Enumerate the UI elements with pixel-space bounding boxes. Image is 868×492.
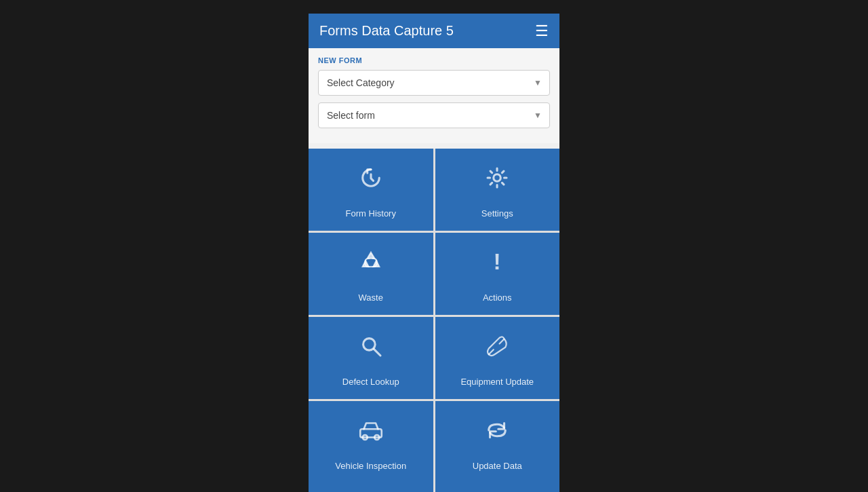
tile-waste[interactable]: Waste: [309, 233, 433, 315]
partial-row: [309, 483, 559, 492]
tile-partial-right[interactable]: [435, 483, 560, 492]
tile-vehicle-inspection-label: Vehicle Inspection: [335, 461, 406, 471]
menu-icon[interactable]: ☰: [535, 24, 549, 39]
category-select-wrapper: Select Category ▼: [318, 70, 550, 96]
tile-vehicle-inspection[interactable]: Vehicle Inspection: [309, 401, 433, 483]
tile-defect-lookup-label: Defect Lookup: [342, 377, 399, 387]
equipment-wrench-icon: [483, 332, 511, 370]
tile-equipment-update-label: Equipment Update: [460, 377, 534, 387]
tile-form-history-label: Form History: [346, 208, 396, 219]
new-form-label: NEW FORM: [318, 56, 550, 64]
settings-icon: [483, 164, 511, 202]
phone-container: Forms Data Capture 5 ☰ NEW FORM Select C…: [309, 14, 559, 492]
app-header: Forms Data Capture 5 ☰: [309, 14, 559, 48]
vehicle-car-icon: [357, 416, 385, 454]
tile-actions[interactable]: ! Actions: [435, 233, 560, 315]
update-sync-icon: [483, 416, 511, 454]
tile-defect-lookup[interactable]: Defect Lookup: [309, 317, 433, 399]
tile-settings-label: Settings: [481, 208, 513, 219]
tile-settings[interactable]: Settings: [435, 149, 560, 231]
svg-text:!: !: [494, 249, 501, 274]
tile-update-data-label: Update Data: [473, 461, 522, 471]
history-icon: [357, 164, 385, 202]
svg-line-5: [500, 339, 505, 344]
tile-update-data[interactable]: Update Data: [435, 401, 560, 483]
tile-grid: Form History Settings: [309, 149, 559, 483]
waste-recycle-icon: [357, 248, 385, 286]
tile-equipment-update[interactable]: Equipment Update: [435, 317, 560, 399]
svg-point-0: [494, 174, 501, 182]
category-select[interactable]: Select Category: [318, 70, 550, 96]
tile-actions-label: Actions: [483, 292, 512, 303]
form-select-wrapper: Select form ▼: [318, 102, 550, 128]
tile-partial-left[interactable]: [309, 483, 433, 492]
defect-search-icon: [357, 332, 385, 370]
tile-form-history[interactable]: Form History: [309, 149, 433, 231]
form-select[interactable]: Select form: [318, 102, 550, 128]
actions-exclamation-icon: !: [483, 248, 511, 286]
tile-waste-label: Waste: [359, 292, 383, 303]
content-area: NEW FORM Select Category ▼ Select form ▼: [309, 48, 559, 143]
svg-line-4: [374, 349, 380, 356]
app-title: Forms Data Capture 5: [319, 23, 454, 39]
